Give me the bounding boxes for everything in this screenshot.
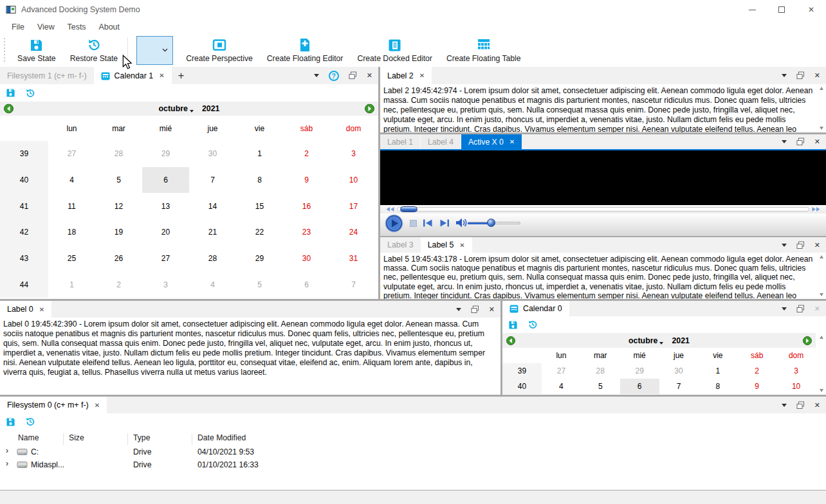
minimize-button[interactable] <box>737 0 767 19</box>
calendar-day[interactable]: 22 <box>236 219 283 246</box>
calendar-year-label[interactable]: 2021 <box>202 104 220 113</box>
calendar-day[interactable]: 6 <box>620 379 659 394</box>
history-icon[interactable] <box>25 88 35 98</box>
save-state-button[interactable]: Save State <box>10 34 63 67</box>
tab-label-1[interactable]: Label 1 <box>380 134 421 149</box>
float-icon[interactable] <box>349 71 357 80</box>
calendar-day[interactable]: 29 <box>236 246 283 272</box>
calendar-day[interactable]: 12 <box>95 193 142 219</box>
calendar-day[interactable]: 20 <box>142 219 189 246</box>
next-month-button[interactable] <box>365 104 374 114</box>
tab-close-icon[interactable]: ✕ <box>509 138 515 145</box>
calendar-day[interactable]: 6 <box>283 271 330 298</box>
create-docked-editor-button[interactable]: Create Docked Editor <box>350 34 439 67</box>
tab-filesystem-0[interactable]: Filesystem 0 (c+ m+ f-) ✕ <box>0 397 107 413</box>
calendar-day[interactable]: 14 <box>189 193 236 219</box>
calendar-day[interactable]: 10 <box>776 379 816 394</box>
column-header-type[interactable]: Type <box>133 433 150 442</box>
calendar-day[interactable]: 2 <box>737 363 776 379</box>
calendar-day[interactable]: 13 <box>142 193 189 219</box>
calendar-day[interactable]: 28 <box>95 141 142 167</box>
calendar-day[interactable]: 3 <box>142 271 189 298</box>
calendar-day[interactable]: 17 <box>330 193 377 219</box>
menu-about[interactable]: About <box>93 22 126 32</box>
calendar-year-label[interactable]: 2021 <box>672 336 690 345</box>
menu-view[interactable]: View <box>31 22 61 32</box>
calendar-day[interactable]: 1 <box>698 363 737 379</box>
tab-close-icon[interactable]: ✕ <box>39 306 44 313</box>
float-icon[interactable] <box>471 305 479 314</box>
tab-label-3[interactable]: Label 3 <box>380 237 421 253</box>
tab-label-2[interactable]: Label 2 ✕ <box>380 67 432 84</box>
calendar-day[interactable]: 4 <box>189 271 236 298</box>
calendar-day[interactable]: 9 <box>737 379 776 394</box>
calendar-day[interactable]: 26 <box>95 246 142 272</box>
column-separator[interactable] <box>127 433 128 445</box>
create-floating-editor-button[interactable]: Create Floating Editor <box>260 34 351 67</box>
prev-month-button[interactable] <box>506 336 515 345</box>
calendar-day[interactable]: 4 <box>542 379 581 394</box>
calendar-day[interactable]: 2 <box>95 271 142 298</box>
next-button[interactable] <box>439 219 450 228</box>
seek-track[interactable] <box>397 207 809 212</box>
tab-label-4[interactable]: Label 4 <box>421 134 461 149</box>
next-month-button[interactable] <box>803 336 812 345</box>
calendar-day[interactable]: 18 <box>48 219 95 246</box>
calendar-day[interactable]: 15 <box>236 193 283 219</box>
maximize-button[interactable] <box>767 0 796 19</box>
calendar-day[interactable]: 27 <box>142 246 189 272</box>
panel-close-icon[interactable]: ✕ <box>489 305 495 314</box>
menu-tests[interactable]: Tests <box>61 22 93 32</box>
calendar-day[interactable]: 27 <box>48 141 95 167</box>
tab-close-icon[interactable]: ✕ <box>459 242 464 249</box>
panel-close-icon[interactable]: ✕ <box>814 138 820 146</box>
calendar-day[interactable]: 31 <box>330 246 377 272</box>
expand-chevron-icon[interactable]: › <box>6 446 8 455</box>
float-icon[interactable] <box>796 71 805 80</box>
expand-chevron-icon[interactable]: › <box>6 459 8 468</box>
tab-calendar-1[interactable]: Calendar 1 ✕ <box>94 67 172 84</box>
panel-close-icon[interactable]: ✕ <box>814 241 820 249</box>
menu-file[interactable]: File <box>5 22 31 32</box>
calendar-day[interactable]: 23 <box>283 219 330 246</box>
tab-menu-icon[interactable] <box>782 140 787 143</box>
calendar-day[interactable]: 25 <box>48 246 95 272</box>
calendar-day[interactable]: 7 <box>659 379 699 394</box>
calendar-day[interactable]: 6 <box>142 167 189 194</box>
tab-active-x-0[interactable]: Active X 0 ✕ <box>461 134 522 149</box>
calendar-day[interactable]: 3 <box>776 363 816 379</box>
volume-icon[interactable] <box>455 217 468 229</box>
calendar-day[interactable]: 5 <box>236 271 283 298</box>
panel-close-icon[interactable]: ✕ <box>814 401 820 410</box>
calendar-day[interactable]: 28 <box>581 363 620 379</box>
restore-state-button[interactable]: Restore State <box>63 34 125 67</box>
fs-name-cell[interactable]: C: <box>31 447 39 456</box>
history-icon[interactable] <box>528 320 538 330</box>
fast-forward-icon[interactable] <box>812 207 820 212</box>
rewind-icon[interactable] <box>386 207 394 212</box>
column-header-date-modified[interactable]: Date Modified <box>197 433 246 442</box>
calendar-day[interactable]: 5 <box>581 379 620 394</box>
calendar-month-label[interactable]: octubre <box>629 336 657 345</box>
tab-calendar-0[interactable]: Calendar 0 <box>502 301 569 316</box>
calendar-day[interactable]: 8 <box>236 167 283 194</box>
calendar-day[interactable]: 30 <box>283 246 330 272</box>
calendar-day[interactable]: 1 <box>236 141 283 167</box>
calendar-day[interactable]: 3 <box>330 141 377 167</box>
history-icon[interactable] <box>25 417 35 427</box>
tab-label-0[interactable]: Label 0 ✕ <box>0 301 51 318</box>
prev-month-button[interactable] <box>4 104 14 114</box>
calendar-day[interactable]: 10 <box>330 167 377 194</box>
float-icon[interactable] <box>796 138 805 146</box>
help-icon[interactable]: ? <box>329 71 339 81</box>
calendar-day[interactable]: 30 <box>189 141 236 167</box>
calendar-day[interactable]: 28 <box>189 246 236 272</box>
scroll-down-icon[interactable] <box>820 389 823 392</box>
float-icon[interactable] <box>796 401 805 410</box>
tab-menu-icon[interactable] <box>314 74 319 77</box>
calendar-day[interactable]: 24 <box>330 219 377 246</box>
calendar-day[interactable]: 8 <box>698 379 737 394</box>
tab-menu-icon[interactable] <box>782 404 787 407</box>
calendar-day[interactable]: 29 <box>142 141 189 167</box>
save-icon[interactable] <box>508 320 518 330</box>
